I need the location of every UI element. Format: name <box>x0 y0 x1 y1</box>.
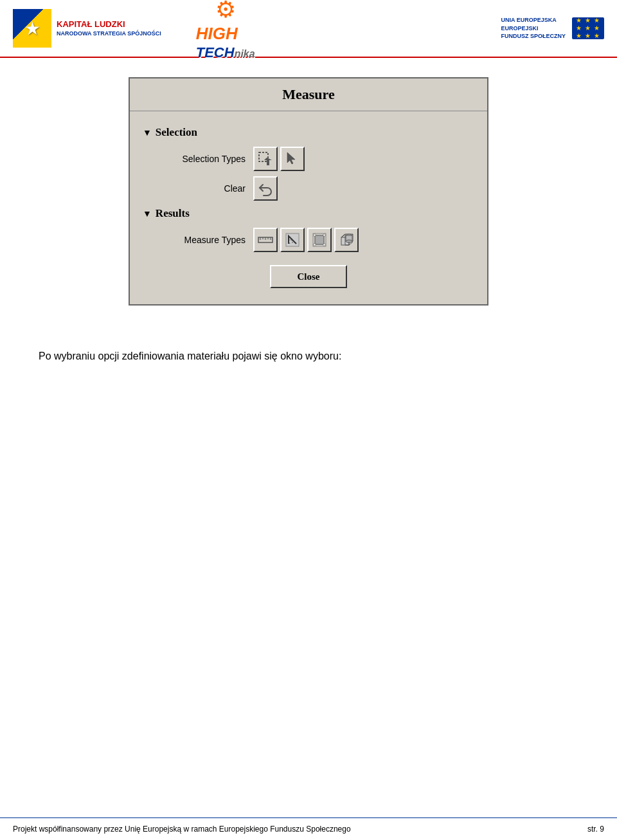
ruler-icon <box>258 232 273 248</box>
close-button[interactable]: Close <box>270 265 347 288</box>
body-paragraph: Po wybraniu opcji zdefiniowania materiał… <box>0 325 617 375</box>
selection-types-buttons <box>253 147 305 171</box>
measure-types-row: Measure Types <box>156 228 474 252</box>
page-footer: Projekt współfinansowany przez Unię Euro… <box>0 817 617 840</box>
cursor-select-button[interactable] <box>280 147 305 171</box>
ht-tech: TECH <box>196 44 235 60</box>
results-section-header: ▼ Results <box>143 207 474 220</box>
undo-icon <box>258 181 273 196</box>
clear-buttons <box>253 176 278 201</box>
svg-marker-2 <box>287 152 295 164</box>
main-content: Measure ▼ Selection Selection Types <box>0 58 617 325</box>
dialog-title-bar: Measure <box>130 78 487 111</box>
kl-star-icon: ★ <box>24 18 40 39</box>
kl-text-block: KAPITAŁ LUDZKI NARODOWA STRATEGIA SPÓJNO… <box>57 19 161 38</box>
volume-measure-button[interactable] <box>334 228 359 252</box>
dialog-title: Measure <box>143 86 474 103</box>
kl-badge-icon: ★ <box>13 9 51 48</box>
gear-icon: ⚙ <box>215 0 236 23</box>
eu-line1: UNIA EUROPEJSKA <box>501 17 556 23</box>
kl-title: KAPITAŁ LUDZKI <box>57 19 161 30</box>
svg-line-19 <box>341 234 345 237</box>
footer-page-number: 9 <box>600 825 604 834</box>
svg-rect-12 <box>315 235 324 244</box>
eu-logo: UNIA EUROPEJSKA EUROPEJSKI FUNDUSZ SPOŁE… <box>501 16 604 41</box>
page-header: ★ KAPITAŁ LUDZKI NARODOWA STRATEGIA SPÓJ… <box>0 0 617 58</box>
svg-rect-13 <box>314 234 316 236</box>
distance-measure-button[interactable] <box>253 228 278 252</box>
selection-section-header: ▼ Selection <box>143 126 474 139</box>
clear-button[interactable] <box>253 176 278 201</box>
svg-point-24 <box>346 240 352 242</box>
angle-icon <box>285 232 300 248</box>
svg-rect-16 <box>323 244 325 246</box>
selection-types-row: Selection Types <box>156 147 474 171</box>
eu-text: UNIA EUROPEJSKA EUROPEJSKI FUNDUSZ SPOŁE… <box>501 16 566 41</box>
hightech-logo: ⚙ HIGH TECHnika <box>187 9 264 48</box>
selection-types-label: Selection Types <box>156 154 246 164</box>
measure-types-buttons <box>253 228 359 252</box>
svg-rect-15 <box>314 244 316 246</box>
kl-subtitle: NARODOWA STRATEGIA SPÓJNOŚCI <box>57 30 161 37</box>
area-measure-button[interactable] <box>307 228 332 252</box>
footer-page-label: str. <box>587 825 598 834</box>
body-text-content: Po wybraniu opcji zdefiniowania materiał… <box>39 351 578 362</box>
measure-dialog: Measure ▼ Selection Selection Types <box>129 77 488 306</box>
box-select-button[interactable] <box>253 147 278 171</box>
area-icon <box>312 232 327 248</box>
eu-line2: EUROPEJSKI <box>501 25 538 32</box>
measure-types-label: Measure Types <box>156 235 246 245</box>
eu-stars: ★ ★ ★★ ★ ★★ ★ ★ <box>576 17 600 40</box>
ht-high: HIGH <box>196 24 238 43</box>
cursor-select-icon <box>285 151 300 167</box>
results-arrow-icon: ▼ <box>143 208 152 219</box>
eu-flag-icon: ★ ★ ★★ ★ ★★ ★ ★ <box>572 17 604 39</box>
volume-icon <box>339 232 354 248</box>
selection-arrow-icon: ▼ <box>143 127 152 138</box>
eu-line3: FUNDUSZ SPOŁECZNY <box>501 33 566 39</box>
footer-page: str. 9 <box>587 825 604 834</box>
results-section-title: Results <box>156 207 190 220</box>
dialog-body: ▼ Selection Selection Types <box>130 111 487 304</box>
angle-measure-button[interactable] <box>280 228 305 252</box>
box-select-icon <box>258 151 273 167</box>
clear-label: Clear <box>156 183 246 194</box>
clear-row: Clear <box>156 176 474 201</box>
footer-text: Projekt współfinansowany przez Unię Euro… <box>13 825 351 834</box>
kapital-ludzki-logo: ★ KAPITAŁ LUDZKI NARODOWA STRATEGIA SPÓJ… <box>13 9 161 48</box>
ht-nika: nika <box>235 48 255 59</box>
svg-rect-14 <box>323 234 325 236</box>
selection-section-title: Selection <box>156 126 197 139</box>
ht-logo-text: HIGH TECHnika <box>196 24 255 60</box>
